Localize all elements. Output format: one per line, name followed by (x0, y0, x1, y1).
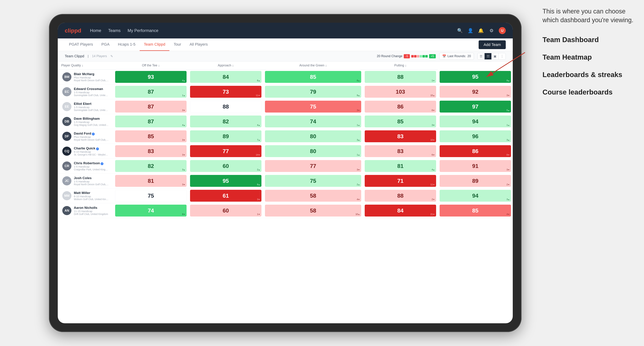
score-cell-4-4: 96 3 (438, 129, 513, 144)
annotation-area: This is where you can choose which dashb… (542, 7, 634, 105)
pos-badge: +5 (429, 54, 436, 58)
view-grid-btn[interactable]: ☷ (484, 53, 492, 59)
person-icon[interactable]: 👤 (467, 27, 474, 34)
neg-badge: -5 (404, 54, 410, 58)
tab-nav: PGAT Players PGA Hcaps 1-5 Team Clippd T… (58, 38, 513, 51)
score-cell-2-4: 97 5 (438, 99, 513, 114)
tab-team-clippd[interactable]: Team Clippd (140, 38, 170, 51)
score-cell-8-4: 94 3 (438, 188, 513, 203)
player-cell-3[interactable]: DB Dave Billingham 1-5 Handicap Gog Mago… (58, 114, 114, 129)
bell-icon[interactable]: 🔔 (478, 27, 484, 34)
edit-icon[interactable]: ✎ (110, 54, 113, 58)
view-heatmap-btn[interactable]: ▣ (492, 53, 498, 59)
round-change: 20 Round Change -5 +5 (377, 54, 436, 58)
table-row: JC Josh Coles 1-5 Handicap Royal North D… (58, 173, 513, 188)
sub-header-controls: 20 Round Change -5 +5 📅 Last Rounds: (377, 53, 506, 60)
score-cell-7-3: 71 11 (363, 173, 438, 188)
nav-teams[interactable]: Teams (108, 28, 120, 33)
score-cell-9-1: 60 1 (188, 203, 263, 218)
search-icon[interactable]: 🔍 (457, 27, 463, 34)
player-cell-0[interactable]: BM Blair McHarg Plus Handicap Royal Nort… (58, 70, 114, 84)
col-approach[interactable]: Approach ↓ (188, 61, 263, 70)
bar-6 (425, 55, 428, 57)
last-rounds-button[interactable]: 📅 Last Rounds: 20 (439, 53, 474, 60)
player-cell-1[interactable]: EC Edward Crossman 1-5 Handicap Sunningd… (58, 84, 114, 99)
view-toggle: ☰ ☷ ▣ ⋮ (478, 53, 506, 60)
team-count: 14 Players (92, 54, 107, 58)
annotation-item-1: Team Dashboard (542, 35, 634, 44)
user-avatar[interactable]: U (499, 27, 506, 34)
col-off-tee[interactable]: Off the Tee ↓ (114, 61, 188, 70)
view-list-btn[interactable]: ☰ (478, 53, 484, 59)
score-cell-7-0: 81 3 (114, 173, 188, 188)
score-cell-4-1: 89 7 (188, 129, 263, 144)
top-nav: clippd Home Teams My Performance 🔍 👤 🔔 ⚙… (58, 23, 513, 38)
annotation-bubble: This is where you can choose which dashb… (542, 7, 634, 25)
score-cell-6-1: 60 2 (188, 159, 263, 173)
score-cell-3-4: 94 1 (438, 114, 513, 129)
tab-pgat[interactable]: PGAT Players (65, 38, 97, 51)
annotation-item-3: Leaderboards & streaks (542, 70, 634, 79)
table-row: CR Chris Robertson✓ 1-5 Handicap Craigmi… (58, 159, 513, 173)
table-row: DB Dave Billingham 1-5 Handicap Gog Mago… (58, 114, 513, 129)
bar-5 (422, 55, 425, 57)
round-change-label: 20 Round Change (377, 54, 402, 58)
score-cell-1-3: 103 15 (363, 84, 438, 99)
player-cell-6[interactable]: CR Chris Robertson✓ 1-5 Handicap Craigmi… (58, 159, 114, 173)
score-cell-8-1: 61 3 (188, 188, 263, 203)
player-cell-2[interactable]: EE Elliot Ebert 1-5 Handicap Sunningdale… (58, 99, 114, 114)
score-cell-0-1: 84 6 (188, 70, 263, 84)
col-around-green[interactable]: Around the Green ↓ (263, 61, 363, 70)
col-putting[interactable]: Putting ↓ (363, 61, 438, 70)
logo[interactable]: clippd (65, 27, 81, 34)
score-cell-3-3: 85 3 (363, 114, 438, 129)
add-team-button[interactable]: Add Team (478, 40, 506, 49)
last-rounds-value: 20 (468, 54, 471, 58)
settings-icon[interactable]: ⚙ (488, 27, 494, 34)
score-cell-1-1: 73 11 (188, 84, 263, 99)
nav-my-performance[interactable]: My Performance (128, 28, 158, 33)
table-row: EC Edward Crossman 1-5 Handicap Sunningd… (58, 84, 513, 99)
player-cell-5[interactable]: CQ Charlie Quick✓ 6-10 Handicap St. Geor… (58, 144, 114, 159)
annotation-item-2: Team Heatmap (542, 53, 634, 62)
calendar-icon: 📅 (442, 54, 446, 58)
score-cell-7-2: 75 2 (263, 173, 363, 188)
score-cell-2-2: 75 3 (263, 99, 363, 114)
player-cell-9[interactable]: AN Aaron Nicholls 11-15 Handicap Drift G… (58, 203, 114, 218)
nav-home[interactable]: Home (90, 28, 101, 33)
col-player[interactable]: Player Quality ↓ (58, 61, 114, 70)
tab-hcaps[interactable]: Hcaps 1-5 (114, 38, 140, 51)
score-cell-0-3: 88 1 (363, 70, 438, 84)
score-cell-2-1: 88 (188, 99, 263, 114)
score-cell-3-0: 87 4 (114, 114, 188, 129)
tabs: PGAT Players PGA Hcaps 1-5 Team Clippd T… (65, 38, 212, 51)
data-table: Player Quality ↓ Off the Tee ↓ Approach … (58, 61, 513, 218)
view-more-btn[interactable]: ⋮ (498, 53, 506, 59)
table-row: EE Elliot Ebert 1-5 Handicap Sunningdale… (58, 99, 513, 114)
bar-4 (420, 55, 422, 57)
score-cell-3-1: 82 4 (188, 114, 263, 129)
player-cell-8[interactable]: MM Matt Miller 6-10 Handicap Woburn Golf… (58, 188, 114, 203)
player-cell-4[interactable]: DF David Ford✓ Plus Handicap Royal North… (58, 129, 114, 144)
score-cell-6-2: 77 3 (263, 159, 363, 173)
score-cell-9-2: 58 10 (263, 203, 363, 218)
tab-pga[interactable]: PGA (97, 38, 114, 51)
score-cell-7-1: 95 8 (188, 173, 263, 188)
score-cell-9-3: 84 21 (363, 203, 438, 218)
score-cell-4-2: 80 3 (263, 129, 363, 144)
score-cell-3-2: 74 1 (263, 114, 363, 129)
score-cell-6-0: 82 3 (114, 159, 188, 173)
ipad-frame: clippd Home Teams My Performance 🔍 👤 🔔 ⚙… (49, 14, 522, 332)
tab-all-players[interactable]: All Players (185, 38, 212, 51)
main-content: Player Quality ↓ Off the Tee ↓ Approach … (58, 61, 513, 323)
score-cell-6-4: 91 3 (438, 159, 513, 173)
table-row: MM Matt Miller 6-10 Handicap Woburn Golf… (58, 188, 513, 203)
player-cell-7[interactable]: JC Josh Coles 1-5 Handicap Royal North D… (58, 173, 114, 188)
score-cell-0-4: 95 9 (438, 70, 513, 84)
table-header-row: Player Quality ↓ Off the Tee ↓ Approach … (58, 61, 513, 70)
bar-2 (414, 55, 416, 57)
score-cell-4-0: 85 3 (114, 129, 188, 144)
table-row: BM Blair McHarg Plus Handicap Royal Nort… (58, 70, 513, 84)
bar-3 (417, 55, 419, 57)
tab-tour[interactable]: Tour (170, 38, 185, 51)
